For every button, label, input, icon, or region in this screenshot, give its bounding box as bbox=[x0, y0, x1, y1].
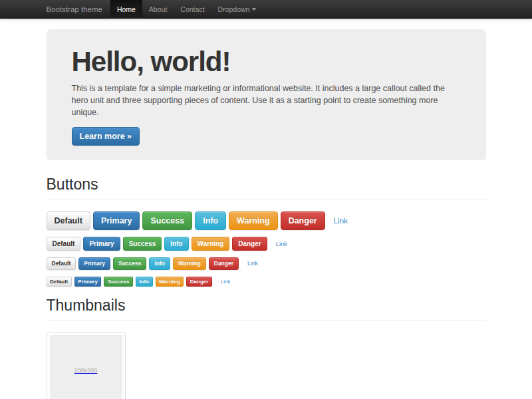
thumbnail-placeholder-image: 200x200 bbox=[50, 335, 122, 399]
learn-more-button[interactable]: Learn more » bbox=[72, 127, 140, 146]
info-button-medium[interactable]: Info bbox=[164, 237, 188, 251]
primary-button-large[interactable]: Primary bbox=[93, 211, 140, 230]
success-button-large[interactable]: Success bbox=[142, 211, 192, 230]
default-button-small[interactable]: Default bbox=[47, 257, 76, 270]
warning-button-small[interactable]: Warning bbox=[173, 257, 206, 270]
primary-button-xsmall[interactable]: Primary bbox=[74, 277, 102, 287]
navbar: Bootstrap theme Home About Contact Dropd… bbox=[0, 0, 532, 19]
warning-button-large[interactable]: Warning bbox=[229, 211, 278, 230]
primary-button-small[interactable]: Primary bbox=[78, 257, 110, 270]
thumbnail-placeholder-text: 200x200 bbox=[74, 367, 98, 374]
caret-down-icon bbox=[252, 8, 256, 11]
success-button-medium[interactable]: Success bbox=[123, 237, 162, 251]
nav-item-about[interactable]: About bbox=[142, 0, 174, 19]
link-button-small[interactable]: Link bbox=[247, 260, 258, 267]
nav-item-home[interactable]: Home bbox=[110, 0, 142, 19]
buttons-section-heading: Buttons bbox=[47, 176, 486, 200]
warning-button-medium[interactable]: Warning bbox=[192, 237, 230, 251]
danger-button-small[interactable]: Danger bbox=[209, 257, 239, 270]
nav-item-contact[interactable]: Contact bbox=[174, 0, 211, 19]
hero-description: This is a template for a simple marketin… bbox=[72, 82, 461, 118]
link-button-large[interactable]: Link bbox=[334, 217, 348, 225]
button-row-large: Default Primary Success Info Warning Dan… bbox=[47, 211, 486, 230]
default-button-large[interactable]: Default bbox=[47, 211, 90, 230]
success-button-xsmall[interactable]: Success bbox=[104, 277, 132, 287]
button-row-extra-small: Default Primary Success Info Warning Dan… bbox=[47, 277, 486, 287]
danger-button-medium[interactable]: Danger bbox=[232, 237, 267, 251]
danger-button-xsmall[interactable]: Danger bbox=[186, 277, 212, 287]
nav-item-dropdown-label: Dropdown bbox=[218, 5, 250, 13]
main-content: Hello, world! This is a template for a s… bbox=[47, 29, 486, 399]
button-row-small: Default Primary Success Info Warning Dan… bbox=[47, 257, 486, 270]
info-button-small[interactable]: Info bbox=[149, 257, 170, 270]
hero-title: Hello, world! bbox=[72, 47, 461, 76]
thumbnail-item[interactable]: 200x200 bbox=[47, 332, 126, 399]
info-button-xsmall[interactable]: Info bbox=[136, 277, 153, 287]
link-button-xsmall[interactable]: Link bbox=[221, 279, 231, 285]
default-button-xsmall[interactable]: Default bbox=[47, 277, 72, 287]
link-button-medium[interactable]: Link bbox=[276, 240, 287, 247]
success-button-small[interactable]: Success bbox=[113, 257, 147, 270]
thumbnails-section-heading: Thumbnails bbox=[47, 297, 486, 321]
default-button-medium[interactable]: Default bbox=[47, 237, 81, 251]
primary-button-medium[interactable]: Primary bbox=[83, 237, 120, 251]
navbar-brand[interactable]: Bootstrap theme bbox=[47, 0, 102, 19]
info-button-large[interactable]: Info bbox=[195, 211, 226, 230]
warning-button-xsmall[interactable]: Warning bbox=[156, 277, 184, 287]
nav-item-dropdown[interactable]: Dropdown bbox=[211, 0, 263, 19]
button-row-default: Default Primary Success Info Warning Dan… bbox=[47, 237, 486, 251]
hero-unit: Hello, world! This is a template for a s… bbox=[47, 29, 486, 160]
danger-button-large[interactable]: Danger bbox=[281, 211, 325, 230]
